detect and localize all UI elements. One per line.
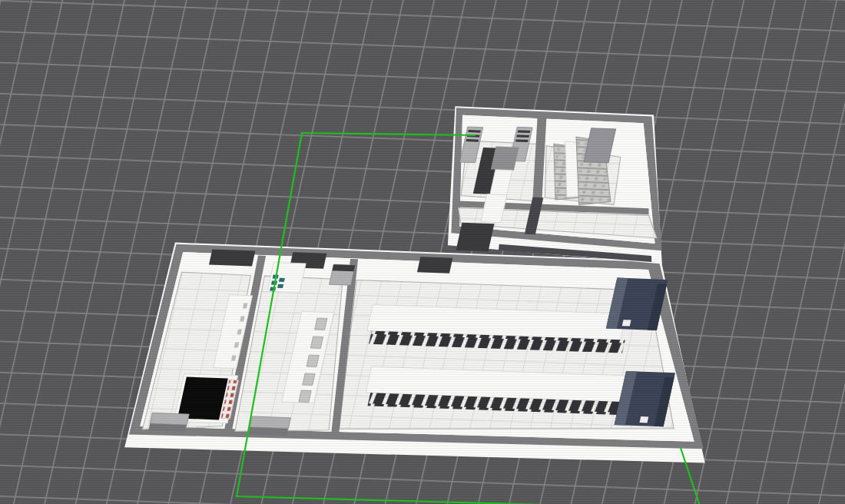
door-mat-classroom [417,257,452,274]
simulation-viewport[interactable] [0,0,845,504]
scene-canvas[interactable] [0,0,845,504]
building-upper-annex[interactable] [422,106,695,264]
model-wall-printer-unit[interactable] [330,264,356,285]
model-wall-cabinet-sw[interactable] [148,413,189,432]
model-white-cabinet-teal[interactable] [267,262,306,293]
cabinet-label [622,320,631,326]
cabinet-label [639,416,648,423]
building-lower-wing[interactable] [124,242,749,468]
corridor-floor-mat [456,223,495,252]
model-wall-cabinet-s[interactable] [248,416,290,436]
door-mat-lab-west [209,249,255,266]
